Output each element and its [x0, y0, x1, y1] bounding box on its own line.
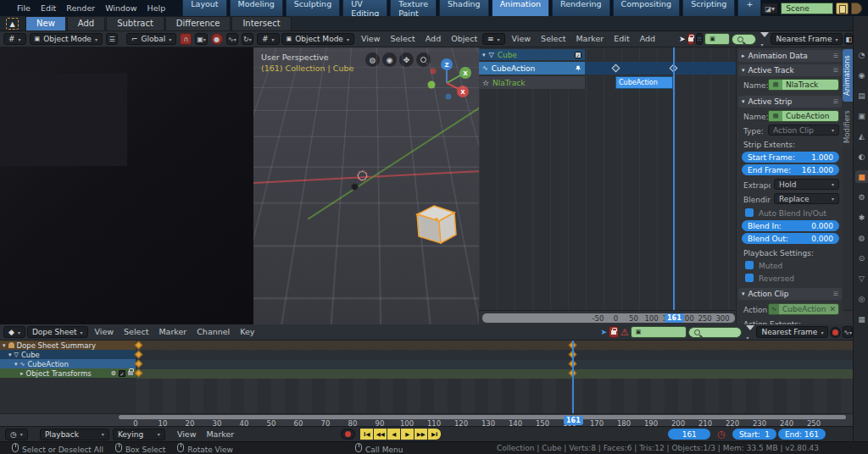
mode-dropdown[interactable]: ▣Object Mode▾ [281, 33, 354, 45]
nla-menu-item[interactable]: Select [536, 31, 570, 47]
view-layer-tab-icon[interactable]: ▣ [855, 109, 868, 122]
expand-icon[interactable]: ▾ [482, 52, 486, 58]
modifiers-tab-icon[interactable]: ⚙ [855, 191, 868, 203]
navigation-gizmo[interactable]: Z X X [423, 54, 474, 102]
expand-icon[interactable]: ▾ [3, 342, 6, 349]
topbar-menu-item[interactable]: Edit [36, 1, 61, 16]
nla-action-strip[interactable]: CubeAction [615, 76, 673, 89]
channel-cube[interactable]: ▾ ▽ Cube [0, 350, 136, 359]
snap-with-icon[interactable]: ▣▾ [195, 33, 207, 45]
nla-menu-item[interactable]: View [507, 31, 537, 47]
snap-dropdown[interactable]: Nearest Frame▾ [756, 326, 828, 338]
blending-dropdown[interactable]: Replace▾ [774, 193, 839, 204]
transport-button[interactable]: ◀◀ [374, 429, 387, 440]
editor-type-icon[interactable]: ◷▾ [5, 429, 28, 440]
scene-icon[interactable]: ◪▾ [761, 3, 778, 14]
transport-button[interactable]: I◀ [360, 429, 373, 440]
strip-type-dropdown[interactable]: Action Clip▾ [768, 125, 839, 136]
dopesheet-mode-dropdown[interactable]: Dope Sheet▾ [27, 326, 88, 338]
panel-active-strip[interactable]: ▾Active Strip☰ [738, 96, 842, 108]
extrapolation-dropdown[interactable]: Hold▾ [774, 179, 839, 190]
keying-dropdown[interactable]: Keying▾ [113, 429, 165, 440]
only-errors-icon[interactable]: ⚠ [620, 327, 629, 338]
proportional-editing-icon[interactable]: ● [211, 33, 223, 45]
channel-cubeaction[interactable]: ▾ ∿ CubeAction [0, 359, 136, 368]
transport-button[interactable]: ◀ [387, 429, 400, 440]
pin-icon[interactable] [575, 65, 581, 72]
orbit-gizmo-icon[interactable]: ↻▾ [242, 33, 253, 45]
current-frame-field[interactable]: 161 [668, 429, 710, 440]
end-frame-field[interactable]: End:161 [778, 429, 826, 440]
record-button[interactable] [341, 429, 355, 440]
mode-button[interactable]: Intersect [231, 16, 291, 31]
panel-animation-data[interactable]: ▸Animation Data☰ [738, 50, 842, 62]
editor-type-icon[interactable]: #▾ [3, 33, 26, 45]
expand-icon[interactable]: ▾ [14, 361, 18, 368]
snap-magnet-icon[interactable]: ∩ [180, 33, 192, 45]
topbar-menu-item[interactable]: Render [61, 1, 100, 16]
transport-button[interactable]: ▶▶ [415, 429, 427, 440]
copy-scene-icon[interactable] [836, 3, 849, 14]
nla-channel-cube[interactable]: ▾ ▽ Cube ✓ [479, 49, 585, 60]
panel-action-clip[interactable]: ▾Action Clip☰ [738, 288, 842, 300]
nla-menu-item[interactable]: Marker [570, 31, 609, 47]
filter-collection-field[interactable]: ▣ [631, 326, 687, 338]
unlink-action-icon[interactable]: ✕ [829, 305, 838, 313]
topbar-menu-item[interactable]: Window [100, 1, 142, 16]
topbar-menu-item[interactable]: File [12, 1, 36, 16]
channel-summary[interactable]: ▾ Dope Sheet Summary [0, 340, 136, 350]
blend-out-field[interactable]: Blend Out:0.000 [742, 233, 839, 244]
search-field[interactable] [688, 327, 743, 338]
enable-checkbox[interactable]: ✓ [119, 370, 125, 377]
render-tab-icon[interactable]: ◉ [855, 69, 868, 81]
move-view-icon[interactable]: ✥ [399, 53, 414, 67]
snap-dropdown[interactable]: Nearest Frame▾ [771, 33, 843, 45]
nla-channel-nlatrack[interactable]: ☆ NlaTrack [479, 76, 585, 89]
output-tab-icon[interactable]: ▤ [855, 89, 868, 102]
editor-type-icon[interactable]: ◆▾ [3, 326, 25, 338]
viewport-left-canvas[interactable] [0, 47, 253, 324]
mode-button[interactable]: Subtract [106, 16, 164, 31]
active-tool-icon[interactable]: ▲ [6, 18, 19, 30]
viewport-menu-item[interactable]: Object [446, 31, 479, 47]
object-data-tab-icon[interactable]: ▽ [855, 272, 868, 285]
transport-button[interactable]: ▶I [428, 429, 441, 440]
texture-tab-icon[interactable]: ▦ [855, 313, 868, 325]
action-field[interactable]: ∿CubeAction✕ [768, 303, 839, 315]
nla-channel-cubeaction[interactable]: ∿ CubeAction [479, 62, 585, 75]
mode-options-icon[interactable]: ☰ [106, 33, 118, 45]
proportional-falloff-icon[interactable]: ∿▾ [843, 326, 853, 338]
editor-type-icon[interactable]: ≡▾ [482, 33, 505, 45]
camera-view-icon[interactable]: ◉ [382, 53, 397, 67]
expand-icon[interactable]: ▾ [8, 352, 12, 358]
tweak-cursor-icon[interactable]: ➤ [600, 328, 607, 336]
scene-tab-icon[interactable]: ◭ [855, 130, 868, 142]
auto-keyframe-icon[interactable] [830, 327, 841, 338]
editor-type-icon[interactable]: #▾ [257, 33, 280, 45]
mode-button[interactable]: New [25, 16, 66, 31]
world-tab-icon[interactable]: ◐ [855, 150, 868, 163]
nla-menu-item[interactable]: Edit [609, 31, 634, 47]
viewport-menu-item[interactable]: View [356, 31, 386, 47]
mode-button[interactable]: Difference [165, 16, 231, 31]
strip-end-frame-field[interactable]: End Frame:161.000 [742, 164, 839, 175]
empty-object[interactable] [351, 183, 359, 191]
particles-tab-icon[interactable]: ✱ [855, 211, 868, 224]
topbar-menu-item[interactable]: Help [142, 1, 171, 16]
blend-in-field[interactable]: Blend In:0.000 [742, 220, 839, 231]
show-selected-icon[interactable]: ⁙ [696, 33, 704, 45]
timeline-menu-item[interactable]: View [172, 427, 202, 442]
scene-field[interactable]: Scene [781, 3, 833, 14]
panel-active-track[interactable]: ▾Active Track☰ [738, 64, 842, 76]
nla-menu-item[interactable]: Add [635, 31, 660, 47]
mode-button[interactable]: Add [67, 16, 105, 31]
driver-icon[interactable]: ⚙ [111, 370, 116, 377]
search-field[interactable] [732, 34, 757, 45]
timeline-menu-item[interactable]: Marker [201, 427, 239, 442]
auto-blend-checkbox[interactable] [745, 208, 754, 217]
strip-name-field[interactable]: ▤CubeAction [768, 110, 839, 122]
start-frame-field[interactable]: Start:1 [732, 429, 776, 440]
scene-extra-button[interactable] [851, 3, 862, 14]
lock-icon[interactable] [128, 371, 133, 375]
solo-star-icon[interactable]: ☆ [482, 79, 489, 87]
